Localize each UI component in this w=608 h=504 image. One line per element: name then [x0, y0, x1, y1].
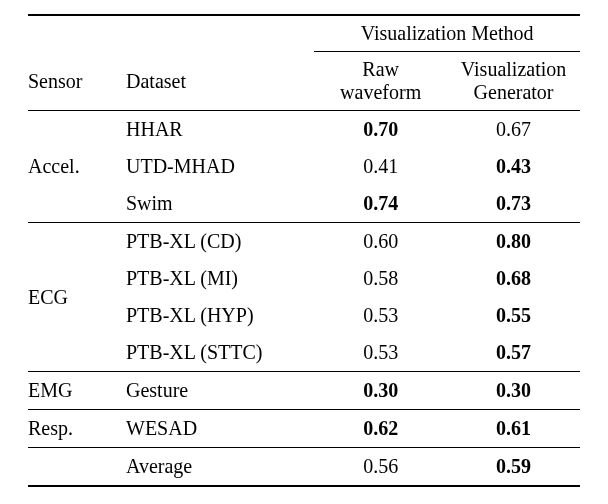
table-row: EMG Gesture 0.30 0.30 — [28, 372, 580, 410]
value-raw: 0.53 — [314, 334, 447, 372]
header-raw-l2: waveform — [340, 81, 421, 103]
value-vis: 0.43 — [447, 148, 580, 185]
value-raw: 0.56 — [314, 448, 447, 487]
header-blank — [28, 15, 120, 52]
value-raw: 0.30 — [314, 372, 447, 410]
dataset-cell: PTB-XL (HYP) — [120, 297, 314, 334]
value-raw: 0.74 — [314, 185, 447, 223]
value-raw: 0.58 — [314, 260, 447, 297]
value-raw: 0.70 — [314, 111, 447, 149]
header-vis-l2: Generator — [474, 81, 554, 103]
results-table: Visualization Method Sensor Dataset Raw … — [0, 0, 608, 495]
header-vis-l1: Visualization — [461, 58, 566, 80]
header-vis: Visualization Generator — [447, 52, 580, 111]
header-blank — [120, 15, 314, 52]
value-vis: 0.57 — [447, 334, 580, 372]
table-row-average: Average 0.56 0.59 — [28, 448, 580, 487]
dataset-cell: UTD-MHAD — [120, 148, 314, 185]
sensor-cell: Accel. — [28, 111, 120, 223]
header-dataset: Dataset — [120, 52, 314, 111]
dataset-cell: PTB-XL (CD) — [120, 223, 314, 261]
header-spanner: Visualization Method — [314, 15, 580, 52]
value-vis: 0.67 — [447, 111, 580, 149]
dataset-cell: HHAR — [120, 111, 314, 149]
sensor-cell: EMG — [28, 372, 120, 410]
value-raw: 0.60 — [314, 223, 447, 261]
dataset-cell: PTB-XL (MI) — [120, 260, 314, 297]
table-row: Accel. HHAR 0.70 0.67 — [28, 111, 580, 149]
value-vis: 0.80 — [447, 223, 580, 261]
sensor-cell: Resp. — [28, 410, 120, 448]
header-raw: Raw waveform — [314, 52, 447, 111]
header-sensor: Sensor — [28, 52, 120, 111]
table: Visualization Method Sensor Dataset Raw … — [28, 14, 580, 487]
value-raw: 0.62 — [314, 410, 447, 448]
dataset-cell: Gesture — [120, 372, 314, 410]
value-raw: 0.41 — [314, 148, 447, 185]
dataset-cell: Swim — [120, 185, 314, 223]
table-row: ECG PTB-XL (CD) 0.60 0.80 — [28, 223, 580, 261]
value-vis: 0.30 — [447, 372, 580, 410]
dataset-cell: PTB-XL (STTC) — [120, 334, 314, 372]
header-raw-l1: Raw — [362, 58, 399, 80]
sensor-cell — [28, 448, 120, 487]
value-vis: 0.59 — [447, 448, 580, 487]
value-vis: 0.73 — [447, 185, 580, 223]
value-vis: 0.61 — [447, 410, 580, 448]
average-label: Average — [120, 448, 314, 487]
dataset-cell: WESAD — [120, 410, 314, 448]
value-raw: 0.53 — [314, 297, 447, 334]
value-vis: 0.55 — [447, 297, 580, 334]
value-vis: 0.68 — [447, 260, 580, 297]
sensor-cell: ECG — [28, 223, 120, 372]
table-row: Resp. WESAD 0.62 0.61 — [28, 410, 580, 448]
